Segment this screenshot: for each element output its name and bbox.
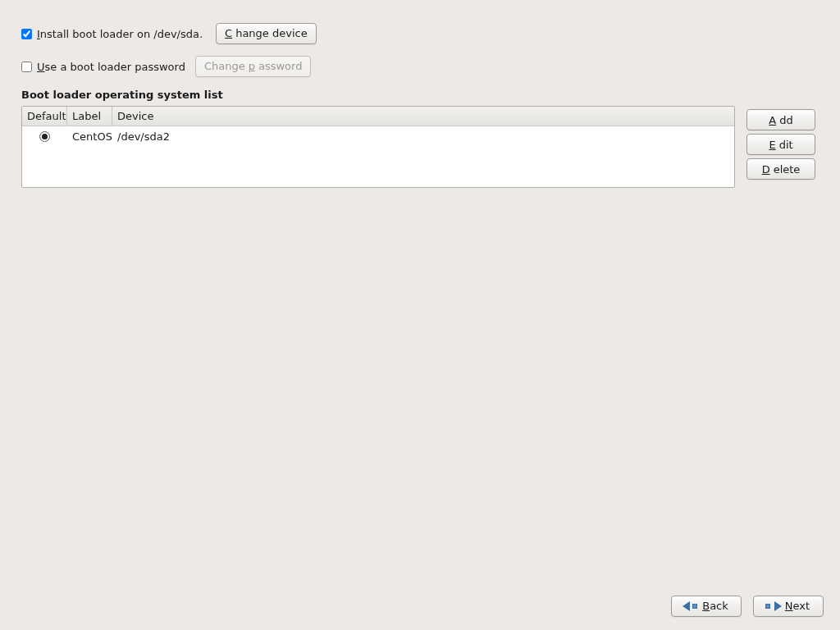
next-button[interactable]: Next [753,596,824,617]
column-header-device[interactable]: Device [112,107,734,126]
install-bootloader-row: Install boot loader on /dev/sda. Change … [21,23,819,44]
back-button[interactable]: Back [671,596,742,617]
label-cell: CentOS [67,128,112,145]
column-header-label[interactable]: Label [67,107,112,126]
arrow-left-icon [682,601,699,611]
device-cell: /dev/sda2 [112,128,734,145]
install-bootloader-label[interactable]: Install boot loader on /dev/sda. [37,28,203,40]
add-button[interactable]: Add [746,109,815,130]
table-row[interactable]: CentOS/dev/sda2 [22,126,734,146]
default-radio-icon[interactable] [39,131,50,142]
os-list-title: Boot loader operating system list [21,89,819,101]
bootloader-password-checkbox[interactable] [21,62,32,72]
delete-button[interactable]: Delete [746,158,815,180]
change-password-button: Change password [195,56,312,77]
os-list-header: Default Label Device [22,107,734,126]
change-device-button[interactable]: Change device [216,23,317,44]
footer-nav: Back Next [671,596,824,617]
os-list-buttons: Add Edit Delete [746,109,815,180]
install-bootloader-checkbox[interactable] [21,29,32,39]
os-list-table[interactable]: Default Label Device CentOS/dev/sda2 [21,106,735,188]
default-cell[interactable] [22,129,67,144]
column-header-default[interactable]: Default [22,107,67,126]
arrow-right-icon [765,601,782,611]
bootloader-password-label[interactable]: Use a boot loader password [37,61,185,73]
edit-button[interactable]: Edit [746,134,815,155]
bootloader-password-row: Use a boot loader password Change passwo… [21,56,819,77]
